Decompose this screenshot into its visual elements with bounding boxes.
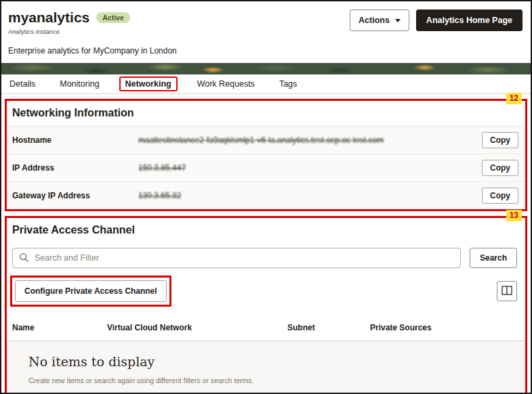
annotation-badge-12: 12 (506, 93, 522, 104)
chevron-down-icon (395, 19, 401, 22)
actions-button-label: Actions (359, 16, 390, 25)
empty-state-title: No items to display (28, 354, 525, 369)
configure-private-access-channel-button[interactable]: Configure Private Access Channel (15, 280, 167, 302)
column-header-name: Name (12, 323, 107, 332)
instance-type-label: Analytics instance (8, 28, 130, 35)
tab-monitoring[interactable]: Monitoring (60, 79, 99, 89)
annotation-badge-13: 13 (506, 210, 522, 221)
actions-button[interactable]: Actions (350, 9, 409, 31)
hostname-value: maaltestinstance2-fa9aqklsmlp1-v6-la.ana… (138, 135, 482, 145)
page-header: myanalytics Active Analytics instance Ac… (1, 1, 531, 56)
hostname-label: Hostname (12, 135, 138, 145)
tab-networking[interactable]: Networking (125, 79, 171, 89)
gateway-ip-label: Gateway IP Address (12, 191, 138, 200)
analytics-instance-page: myanalytics Active Analytics instance Ac… (0, 0, 532, 394)
networking-information-section: 12 Networking Information Hostname maalt… (5, 99, 527, 211)
gateway-ip-row: Gateway IP Address 130.3.65.32 Copy (7, 181, 525, 209)
table-columns-button[interactable] (497, 281, 517, 301)
copy-gateway-ip-button[interactable]: Copy (482, 188, 518, 204)
search-button[interactable]: Search (470, 248, 517, 268)
columns-icon (502, 286, 512, 297)
tab-details[interactable]: Details (9, 79, 35, 89)
copy-hostname-button[interactable]: Copy (482, 132, 518, 148)
tab-work-requests[interactable]: Work Requests (197, 79, 255, 89)
empty-state-subtitle: Create new items or search again using d… (28, 376, 525, 385)
configure-button-annotation: Configure Private Access Channel (10, 276, 171, 307)
instance-description: Enterprise analytics for MyCompany in Lo… (8, 46, 524, 56)
search-icon (19, 253, 29, 265)
tab-tags[interactable]: Tags (279, 79, 297, 89)
private-access-channel-heading: Private Access Channel (7, 218, 525, 243)
ip-address-value: 150.3.85.447 (138, 163, 482, 173)
tab-bar: Details Monitoring Networking Work Reque… (1, 74, 531, 94)
empty-state: No items to display Create new items or … (7, 341, 525, 394)
hostname-row: Hostname maaltestinstance2-fa9aqklsmlp1-… (7, 126, 525, 154)
copy-ip-address-button[interactable]: Copy (482, 160, 518, 176)
gateway-ip-value: 130.3.65.32 (138, 191, 482, 200)
column-header-subnet: Subnet (287, 323, 370, 332)
ip-address-label: IP Address (12, 163, 138, 173)
column-header-vcn: Virtual Cloud Network (107, 323, 287, 332)
search-box (12, 248, 461, 268)
search-input[interactable] (12, 248, 461, 268)
private-access-channel-section: 13 Private Access Channel Search Configu… (5, 216, 527, 394)
private-access-table-header: Name Virtual Cloud Network Subnet Privat… (7, 313, 525, 341)
status-badge: Active (96, 12, 130, 23)
page-title: myanalytics (8, 9, 89, 26)
column-header-private-sources: Private Sources (370, 323, 517, 332)
networking-tab-annotation: Networking (119, 76, 178, 91)
configure-row: Configure Private Access Channel (7, 271, 525, 311)
ip-address-row: IP Address 150.3.85.447 Copy (7, 154, 525, 181)
analytics-home-page-button[interactable]: Analytics Home Page (416, 9, 523, 31)
networking-information-heading: Networking Information (7, 101, 525, 126)
decorative-banner (1, 63, 531, 74)
search-row: Search (7, 243, 525, 271)
